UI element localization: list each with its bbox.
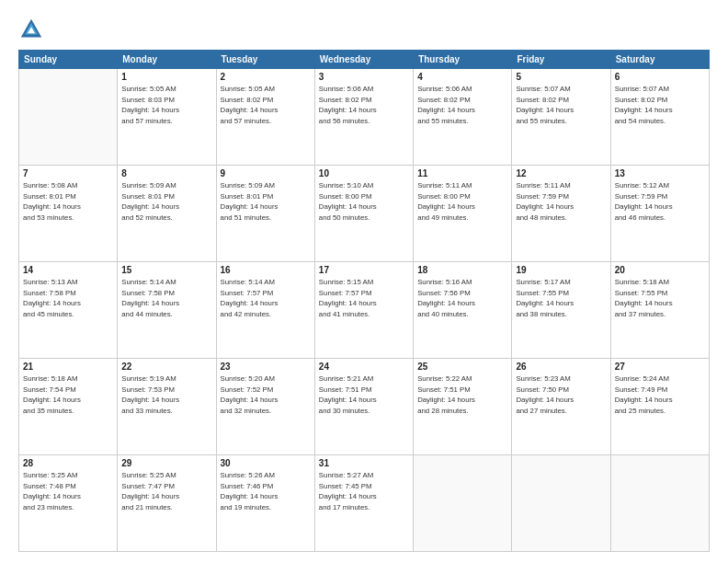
day-cell: 15Sunrise: 5:14 AMSunset: 7:58 PMDayligh… (118, 262, 216, 359)
day-info: Sunrise: 5:11 AMSunset: 7:59 PMDaylight:… (516, 180, 606, 224)
day-cell: 5Sunrise: 5:07 AMSunset: 8:02 PMDaylight… (512, 69, 610, 166)
day-number: 30 (221, 458, 311, 468)
day-info: Sunrise: 5:11 AMSunset: 8:00 PMDaylight:… (417, 180, 507, 224)
day-cell: 12Sunrise: 5:11 AMSunset: 7:59 PMDayligh… (512, 166, 610, 262)
day-cell: 31Sunrise: 5:27 AMSunset: 7:45 PMDayligh… (314, 455, 413, 552)
week-row-5: 28Sunrise: 5:25 AMSunset: 7:48 PMDayligh… (19, 455, 710, 552)
day-cell: 8Sunrise: 5:09 AMSunset: 8:01 PMDaylight… (118, 166, 216, 262)
day-number: 8 (121, 168, 211, 178)
day-info: Sunrise: 5:13 AMSunset: 7:58 PMDaylight:… (23, 277, 113, 320)
day-cell: 27Sunrise: 5:24 AMSunset: 7:49 PMDayligh… (610, 359, 709, 455)
day-number: 28 (23, 458, 113, 468)
day-info: Sunrise: 5:17 AMSunset: 7:55 PMDaylight:… (516, 277, 606, 320)
day-cell (610, 455, 709, 552)
day-number: 26 (516, 362, 606, 372)
day-number: 3 (319, 72, 409, 82)
day-number: 29 (121, 458, 211, 468)
calendar-table: SundayMondayTuesdayWednesdayThursdayFrid… (18, 50, 710, 552)
day-info: Sunrise: 5:07 AMSunset: 8:02 PMDaylight:… (516, 84, 606, 127)
col-header-sunday: Sunday (19, 51, 118, 69)
day-number: 21 (23, 362, 113, 372)
day-cell: 25Sunrise: 5:22 AMSunset: 7:51 PMDayligh… (414, 359, 512, 455)
week-row-4: 21Sunrise: 5:18 AMSunset: 7:54 PMDayligh… (19, 359, 710, 455)
day-number: 22 (121, 362, 211, 372)
day-info: Sunrise: 5:15 AMSunset: 7:57 PMDaylight:… (319, 277, 409, 320)
day-number: 20 (615, 265, 705, 275)
logo (18, 17, 48, 42)
day-number: 1 (121, 72, 211, 82)
day-info: Sunrise: 5:23 AMSunset: 7:50 PMDaylight:… (516, 373, 606, 417)
day-number: 15 (121, 265, 211, 275)
day-cell: 30Sunrise: 5:26 AMSunset: 7:46 PMDayligh… (216, 455, 314, 552)
day-number: 19 (516, 265, 606, 275)
col-header-wednesday: Wednesday (314, 51, 413, 69)
day-info: Sunrise: 5:19 AMSunset: 7:53 PMDaylight:… (121, 373, 211, 417)
day-info: Sunrise: 5:25 AMSunset: 7:48 PMDaylight:… (23, 470, 113, 513)
week-row-2: 7Sunrise: 5:08 AMSunset: 8:01 PMDaylight… (19, 166, 710, 262)
col-header-friday: Friday (512, 51, 610, 69)
day-info: Sunrise: 5:25 AMSunset: 7:47 PMDaylight:… (121, 470, 211, 513)
day-number: 13 (615, 168, 705, 178)
day-info: Sunrise: 5:10 AMSunset: 8:00 PMDaylight:… (319, 180, 409, 224)
day-number: 7 (23, 168, 113, 178)
day-info: Sunrise: 5:27 AMSunset: 7:45 PMDaylight:… (319, 470, 409, 513)
col-header-monday: Monday (118, 51, 216, 69)
day-info: Sunrise: 5:12 AMSunset: 7:59 PMDaylight:… (615, 180, 705, 224)
day-number: 23 (221, 362, 311, 372)
day-info: Sunrise: 5:16 AMSunset: 7:56 PMDaylight:… (417, 277, 507, 320)
day-number: 16 (221, 265, 311, 275)
day-number: 14 (23, 265, 113, 275)
day-cell: 4Sunrise: 5:06 AMSunset: 8:02 PMDaylight… (414, 69, 512, 166)
day-number: 18 (417, 265, 507, 275)
day-cell (414, 455, 512, 552)
day-cell: 14Sunrise: 5:13 AMSunset: 7:58 PMDayligh… (19, 262, 118, 359)
day-info: Sunrise: 5:18 AMSunset: 7:54 PMDaylight:… (23, 373, 113, 417)
day-cell: 16Sunrise: 5:14 AMSunset: 7:57 PMDayligh… (216, 262, 314, 359)
day-info: Sunrise: 5:22 AMSunset: 7:51 PMDaylight:… (417, 373, 507, 417)
day-info: Sunrise: 5:08 AMSunset: 8:01 PMDaylight:… (23, 180, 113, 224)
page: SundayMondayTuesdayWednesdayThursdayFrid… (0, 0, 728, 563)
day-cell: 7Sunrise: 5:08 AMSunset: 8:01 PMDaylight… (19, 166, 118, 262)
day-number: 2 (221, 72, 311, 82)
day-info: Sunrise: 5:09 AMSunset: 8:01 PMDaylight:… (121, 180, 211, 224)
day-number: 11 (417, 168, 507, 178)
day-number: 10 (319, 168, 409, 178)
day-number: 12 (516, 168, 606, 178)
day-cell: 26Sunrise: 5:23 AMSunset: 7:50 PMDayligh… (512, 359, 610, 455)
day-cell: 23Sunrise: 5:20 AMSunset: 7:52 PMDayligh… (216, 359, 314, 455)
day-info: Sunrise: 5:14 AMSunset: 7:58 PMDaylight:… (121, 277, 211, 320)
day-cell: 11Sunrise: 5:11 AMSunset: 8:00 PMDayligh… (414, 166, 512, 262)
col-header-thursday: Thursday (414, 51, 512, 69)
day-cell: 21Sunrise: 5:18 AMSunset: 7:54 PMDayligh… (19, 359, 118, 455)
day-cell: 29Sunrise: 5:25 AMSunset: 7:47 PMDayligh… (118, 455, 216, 552)
day-info: Sunrise: 5:06 AMSunset: 8:02 PMDaylight:… (417, 84, 507, 127)
day-info: Sunrise: 5:07 AMSunset: 8:02 PMDaylight:… (615, 84, 705, 127)
col-header-tuesday: Tuesday (216, 51, 314, 69)
day-number: 6 (615, 72, 705, 82)
day-info: Sunrise: 5:05 AMSunset: 8:02 PMDaylight:… (221, 84, 311, 127)
header (18, 17, 710, 42)
day-number: 25 (417, 362, 507, 372)
week-row-1: 1Sunrise: 5:05 AMSunset: 8:03 PMDaylight… (19, 69, 710, 166)
day-number: 24 (319, 362, 409, 372)
day-number: 9 (221, 168, 311, 178)
week-row-3: 14Sunrise: 5:13 AMSunset: 7:58 PMDayligh… (19, 262, 710, 359)
day-cell (19, 69, 118, 166)
day-cell: 24Sunrise: 5:21 AMSunset: 7:51 PMDayligh… (314, 359, 413, 455)
col-header-saturday: Saturday (610, 51, 709, 69)
day-info: Sunrise: 5:21 AMSunset: 7:51 PMDaylight:… (319, 373, 409, 417)
day-cell: 18Sunrise: 5:16 AMSunset: 7:56 PMDayligh… (414, 262, 512, 359)
day-cell: 13Sunrise: 5:12 AMSunset: 7:59 PMDayligh… (610, 166, 709, 262)
day-cell: 6Sunrise: 5:07 AMSunset: 8:02 PMDaylight… (610, 69, 709, 166)
day-cell: 17Sunrise: 5:15 AMSunset: 7:57 PMDayligh… (314, 262, 413, 359)
day-cell (512, 455, 610, 552)
day-info: Sunrise: 5:20 AMSunset: 7:52 PMDaylight:… (221, 373, 311, 417)
day-info: Sunrise: 5:26 AMSunset: 7:46 PMDaylight:… (221, 470, 311, 513)
day-cell: 28Sunrise: 5:25 AMSunset: 7:48 PMDayligh… (19, 455, 118, 552)
logo-icon (18, 17, 44, 42)
day-cell: 20Sunrise: 5:18 AMSunset: 7:55 PMDayligh… (610, 262, 709, 359)
day-cell: 10Sunrise: 5:10 AMSunset: 8:00 PMDayligh… (314, 166, 413, 262)
day-info: Sunrise: 5:06 AMSunset: 8:02 PMDaylight:… (319, 84, 409, 127)
day-number: 31 (319, 458, 409, 468)
day-number: 5 (516, 72, 606, 82)
